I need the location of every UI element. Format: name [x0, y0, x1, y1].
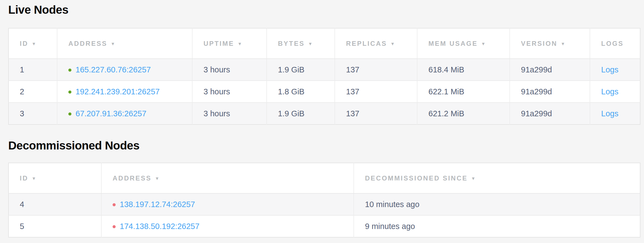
node-mem-usage-cell: 618.4 MiB	[417, 59, 510, 81]
node-logs-cell: Logs	[590, 103, 640, 125]
node-id-cell: 4	[9, 193, 101, 215]
node-logs-cell: Logs	[590, 81, 640, 103]
node-id-cell: 2	[9, 81, 57, 103]
live-nodes-title: Live Nodes	[8, 3, 640, 17]
sort-arrow-icon: ▾	[562, 41, 564, 47]
decommissioned-nodes-table: ID▾ ADDRESS▾ DECOMMISSIONED SINCE▾ 4 138…	[8, 163, 640, 238]
node-decommissioned-status-icon	[113, 225, 116, 228]
nodes-page: Live Nodes ID▾ ADDRESS▾ UPTIME▾ BYTES▾ R…	[0, 0, 644, 238]
node-id-cell: 1	[9, 59, 57, 81]
column-header-logs: LOGS	[590, 28, 640, 59]
node-row: 3 67.207.91.36:26257 3 hours 1.9 GiB 137…	[9, 103, 640, 125]
node-live-status-icon	[68, 91, 71, 94]
column-header-bytes[interactable]: BYTES▾	[267, 28, 335, 59]
node-address-cell: 165.227.60.76:26257	[57, 59, 192, 81]
column-header-uptime[interactable]: UPTIME▾	[192, 28, 267, 59]
column-header-id[interactable]: ID▾	[9, 28, 57, 59]
sort-arrow-icon: ▾	[391, 41, 394, 47]
decommissioned-header-row: ID▾ ADDRESS▾ DECOMMISSIONED SINCE▾	[9, 163, 640, 193]
node-version-cell: 91a299d	[510, 81, 590, 103]
node-mem-usage-cell: 621.2 MiB	[417, 103, 510, 125]
column-header-address[interactable]: ADDRESS▾	[57, 28, 192, 59]
node-id-cell: 3	[9, 103, 57, 125]
node-row: 4 138.197.12.74:26257 10 minutes ago	[9, 193, 640, 215]
column-header-address[interactable]: ADDRESS▾	[101, 163, 354, 193]
node-row: 2 192.241.239.201:26257 3 hours 1.8 GiB …	[9, 81, 640, 103]
node-row: 5 174.138.50.192:26257 9 minutes ago	[9, 215, 640, 237]
node-decommissioned-since-cell: 10 minutes ago	[354, 193, 640, 215]
node-address-cell: 138.197.12.74:26257	[101, 193, 354, 215]
sort-arrow-icon: ▾	[156, 176, 158, 181]
node-address-cell: 174.138.50.192:26257	[101, 215, 354, 237]
column-header-version[interactable]: VERSION▾	[510, 28, 590, 59]
node-address-link[interactable]: 174.138.50.192:26257	[120, 222, 199, 231]
node-bytes-cell: 1.9 GiB	[267, 103, 335, 125]
node-logs-link[interactable]: Logs	[601, 87, 618, 96]
node-decommissioned-since-cell: 9 minutes ago	[354, 215, 640, 237]
node-uptime-cell: 3 hours	[192, 59, 267, 81]
node-version-cell: 91a299d	[510, 59, 590, 81]
sort-arrow-icon: ▾	[112, 41, 114, 47]
node-mem-usage-cell: 622.1 MiB	[417, 81, 510, 103]
column-header-decommissioned-since[interactable]: DECOMMISSIONED SINCE▾	[354, 163, 640, 193]
node-address-link[interactable]: 192.241.239.201:26257	[76, 87, 160, 96]
live-nodes-table: ID▾ ADDRESS▾ UPTIME▾ BYTES▾ REPLICAS▾ ME…	[8, 28, 640, 125]
node-address-cell: 192.241.239.201:26257	[57, 81, 192, 103]
node-address-cell: 67.207.91.36:26257	[57, 103, 192, 125]
node-live-status-icon	[68, 69, 71, 72]
sort-arrow-icon: ▾	[33, 41, 35, 47]
node-live-status-icon	[68, 112, 71, 115]
node-logs-cell: Logs	[590, 59, 640, 81]
column-header-replicas[interactable]: REPLICAS▾	[335, 28, 417, 59]
node-bytes-cell: 1.9 GiB	[267, 59, 335, 81]
node-id-cell: 5	[9, 215, 101, 237]
node-bytes-cell: 1.8 GiB	[267, 81, 335, 103]
node-uptime-cell: 3 hours	[192, 103, 267, 125]
node-logs-link[interactable]: Logs	[601, 65, 618, 74]
node-replicas-cell: 137	[335, 81, 417, 103]
sort-arrow-icon: ▾	[482, 41, 485, 47]
node-version-cell: 91a299d	[510, 103, 590, 125]
column-header-mem-usage[interactable]: MEM USAGE▾	[417, 28, 510, 59]
sort-arrow-icon: ▾	[309, 41, 312, 47]
node-row: 1 165.227.60.76:26257 3 hours 1.9 GiB 13…	[9, 59, 640, 81]
sort-arrow-icon: ▾	[472, 176, 475, 181]
node-address-link[interactable]: 138.197.12.74:26257	[120, 200, 195, 209]
node-address-link[interactable]: 165.227.60.76:26257	[76, 65, 151, 74]
sort-arrow-icon: ▾	[239, 41, 241, 47]
node-replicas-cell: 137	[335, 59, 417, 81]
live-header-row: ID▾ ADDRESS▾ UPTIME▾ BYTES▾ REPLICAS▾ ME…	[9, 28, 640, 59]
node-logs-link[interactable]: Logs	[601, 109, 618, 118]
node-decommissioned-status-icon	[113, 203, 116, 206]
column-header-id[interactable]: ID▾	[9, 163, 101, 193]
sort-arrow-icon: ▾	[33, 176, 35, 181]
node-uptime-cell: 3 hours	[192, 81, 267, 103]
decommissioned-nodes-title: Decommissioned Nodes	[8, 139, 640, 153]
node-replicas-cell: 137	[335, 103, 417, 125]
node-address-link[interactable]: 67.207.91.36:26257	[76, 109, 146, 118]
